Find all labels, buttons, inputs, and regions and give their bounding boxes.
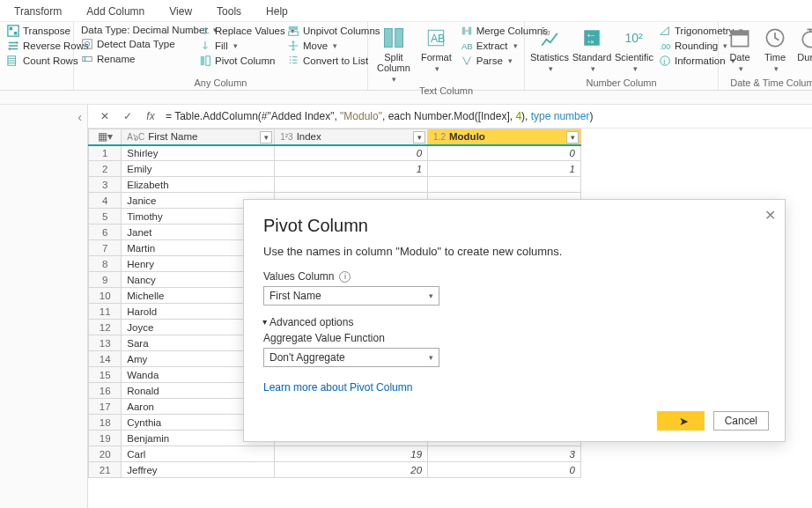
- split-column-button[interactable]: Split Column▾: [373, 24, 414, 84]
- merge-columns-button[interactable]: Merge Columns: [459, 24, 528, 38]
- tab-transform[interactable]: Transform: [14, 4, 62, 21]
- svg-rect-25: [731, 31, 748, 35]
- rename-button[interactable]: Rename: [79, 52, 194, 66]
- duration-button[interactable]: Durati: [794, 24, 812, 76]
- row-number[interactable]: 15: [89, 367, 122, 383]
- time-button[interactable]: Time▾: [759, 24, 791, 76]
- row-number[interactable]: 20: [89, 446, 122, 462]
- data-type-dropdown[interactable]: Data Type: Decimal Number▾: [79, 24, 194, 36]
- fx-icon[interactable]: fx: [143, 110, 159, 122]
- row-number[interactable]: 12: [89, 320, 122, 335]
- values-column-label: Values Columni: [263, 270, 765, 283]
- cell-index[interactable]: 20: [275, 462, 428, 478]
- row-number[interactable]: 7: [89, 240, 122, 256]
- group-label-table: [5, 86, 68, 90]
- close-icon[interactable]: ✕: [764, 207, 776, 224]
- table-row[interactable]: 2Emily11: [89, 161, 581, 177]
- table-row[interactable]: 20Carl193: [89, 446, 581, 462]
- cell-index[interactable]: 1: [275, 161, 428, 177]
- table-row[interactable]: 21Jeffrey200: [89, 462, 581, 478]
- tab-view[interactable]: View: [169, 4, 192, 21]
- advanced-options-toggle[interactable]: ▸Advanced options: [263, 316, 765, 328]
- row-number[interactable]: 17: [89, 399, 122, 415]
- group-label-textcol: Text Column: [373, 84, 519, 98]
- format-button[interactable]: ABFormat▾: [417, 24, 455, 84]
- date-button[interactable]: Date▾: [724, 24, 756, 76]
- row-number[interactable]: 2: [89, 161, 122, 177]
- svg-rect-4: [83, 56, 92, 61]
- filter-first-name[interactable]: ▾: [260, 131, 272, 144]
- svg-point-3: [85, 41, 89, 46]
- cell-first-name[interactable]: Elizabeth: [122, 177, 275, 193]
- values-column-select[interactable]: First Name▾: [263, 286, 439, 306]
- table-row[interactable]: 1Shirley00: [89, 145, 581, 161]
- row-number[interactable]: 1: [89, 145, 122, 161]
- cell-index[interactable]: 0: [275, 145, 428, 161]
- row-number[interactable]: 6: [89, 225, 122, 240]
- col-modulo[interactable]: 1.2Modulo▾: [428, 129, 581, 145]
- ok-button[interactable]: OK➤: [657, 411, 705, 431]
- pivot-column-button[interactable]: Pivot Column: [197, 54, 282, 68]
- convert-to-list-button[interactable]: Convert to List: [285, 54, 373, 68]
- cell-modulo[interactable]: 3: [428, 446, 581, 462]
- dialog-title: Pivot Column: [263, 216, 765, 236]
- learn-more-link[interactable]: Learn more about Pivot Column: [263, 381, 412, 394]
- cancel-formula-icon[interactable]: ✕: [97, 110, 113, 122]
- cell-modulo[interactable]: [428, 177, 581, 193]
- move-button[interactable]: Move▾: [285, 39, 373, 53]
- collapse-sidebar-icon[interactable]: ‹: [78, 110, 82, 124]
- svg-text:+−: +−: [587, 33, 594, 39]
- unpivot-columns-button[interactable]: Unpivot Columns▾: [285, 24, 373, 38]
- row-number[interactable]: 13: [89, 335, 122, 351]
- svg-text:÷×: ÷×: [587, 39, 594, 45]
- parse-button[interactable]: Parse▾: [459, 54, 528, 68]
- agg-fn-select[interactable]: Don't Aggregate▾: [263, 348, 439, 367]
- cell-first-name[interactable]: Shirley: [122, 145, 275, 161]
- row-number[interactable]: 8: [89, 256, 122, 272]
- tab-tools[interactable]: Tools: [217, 4, 241, 21]
- tab-help[interactable]: Help: [266, 4, 288, 21]
- cell-first-name[interactable]: Carl: [122, 446, 275, 462]
- row-number[interactable]: 4: [89, 193, 122, 209]
- cell-index[interactable]: [275, 177, 428, 193]
- svg-text:AB: AB: [431, 33, 445, 45]
- row-number[interactable]: 5: [89, 209, 122, 225]
- cell-modulo[interactable]: 1: [428, 161, 581, 177]
- cell-first-name[interactable]: Jeffrey: [122, 462, 275, 478]
- formula-text[interactable]: = Table.AddColumn(#"Added Index", "Modul…: [166, 110, 803, 122]
- cell-modulo[interactable]: 0: [428, 462, 581, 478]
- fill-button[interactable]: Fill▾: [197, 39, 282, 53]
- row-number[interactable]: 21: [89, 462, 122, 478]
- detect-data-type-button[interactable]: Detect Data Type: [79, 37, 194, 51]
- svg-rect-7: [289, 26, 299, 30]
- scientific-button[interactable]: 10²Scientific▾: [615, 24, 653, 76]
- svg-rect-14: [469, 27, 472, 35]
- info-icon[interactable]: i: [339, 271, 351, 283]
- cell-first-name[interactable]: Emily: [122, 161, 275, 177]
- row-number[interactable]: 18: [89, 415, 122, 431]
- row-number[interactable]: 14: [89, 351, 122, 367]
- svg-text:10²: 10²: [625, 31, 644, 45]
- standard-button[interactable]: +−÷×Standard▾: [572, 24, 611, 76]
- replace-values-button[interactable]: Replace Values▾: [197, 24, 282, 38]
- table-row[interactable]: 3Elizabeth: [89, 177, 581, 193]
- cell-modulo[interactable]: 0: [428, 145, 581, 161]
- statistics-button[interactable]: X̄σStatistics▾: [530, 24, 569, 76]
- accept-formula-icon[interactable]: ✓: [120, 110, 136, 122]
- row-number[interactable]: 9: [89, 272, 122, 288]
- filter-index[interactable]: ▾: [413, 131, 425, 144]
- row-number[interactable]: 10: [89, 288, 122, 304]
- filter-modulo[interactable]: ▾: [566, 131, 579, 144]
- tab-add-column[interactable]: Add Column: [86, 4, 144, 21]
- corner-cell[interactable]: ▦▾: [89, 129, 122, 145]
- col-first-name[interactable]: A๖CFirst Name▾: [122, 129, 275, 145]
- col-index[interactable]: 1²3Index▾: [275, 129, 428, 145]
- cancel-button[interactable]: Cancel: [713, 411, 769, 431]
- row-number[interactable]: 3: [89, 177, 122, 193]
- row-number[interactable]: 11: [89, 304, 122, 320]
- row-number[interactable]: 16: [89, 383, 122, 399]
- svg-rect-13: [462, 27, 466, 35]
- row-number[interactable]: 19: [89, 431, 122, 446]
- extract-button[interactable]: ABCExtract▾: [459, 39, 528, 53]
- cell-index[interactable]: 19: [275, 446, 428, 462]
